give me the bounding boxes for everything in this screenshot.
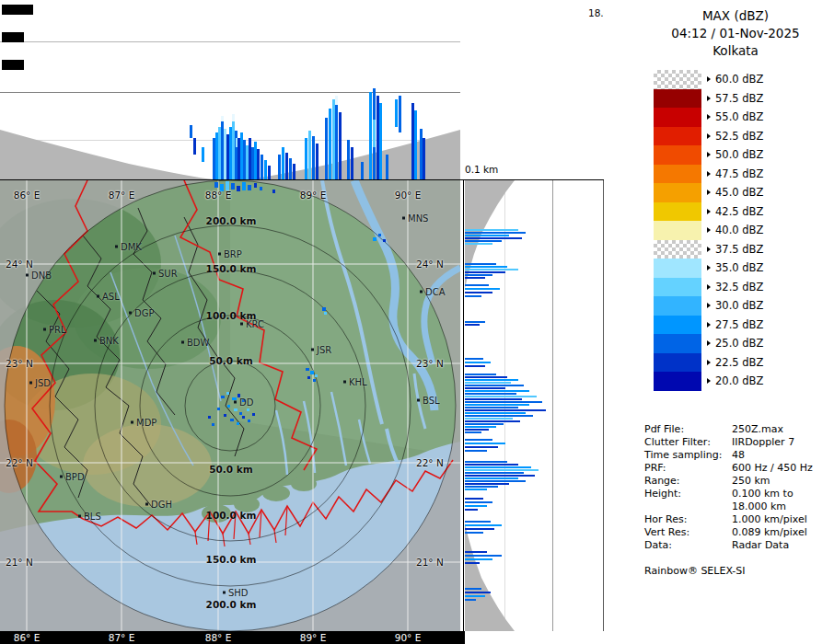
echo-bar	[329, 109, 331, 180]
xz-projection-panel	[0, 0, 460, 180]
meta-row: Height:0.100 km to	[644, 487, 813, 500]
legend-row: 35.0 dBZ	[654, 259, 763, 278]
echo-bar	[465, 358, 483, 360]
echo-bar	[465, 498, 483, 500]
echo-bar	[293, 164, 295, 180]
city-marker: MNS	[402, 213, 428, 224]
echo-bar	[465, 521, 491, 523]
echo-bar	[465, 295, 481, 297]
city-dot-icon	[181, 341, 184, 344]
echo-bar	[465, 461, 507, 463]
legend-label: 22.5 dBZ	[715, 356, 763, 369]
legend-row: 30.0 dBZ	[654, 296, 763, 316]
echo-bar	[465, 321, 485, 323]
meta-value: 600 Hz / 450 Hz	[732, 462, 813, 474]
city-label: KHL	[349, 377, 367, 387]
echo-bar	[465, 466, 531, 468]
legend-tick-icon	[707, 96, 711, 101]
meta-value: 48	[732, 449, 745, 461]
city-dot-icon	[97, 295, 99, 298]
legend-label: 55.0 dBZ	[715, 110, 763, 123]
city-layer: MNSDMKBRPSURDNBDCAASLDGPKRCPRLBNKBDWJSRK…	[0, 180, 460, 631]
city-marker: DCA	[420, 287, 446, 297]
echo-bar	[465, 509, 478, 511]
legend-row: 57.5 dBZ	[654, 89, 763, 109]
legend-row: 25.0 dBZ	[654, 334, 763, 353]
legend-row: 55.0 dBZ	[654, 108, 763, 127]
city-marker: DNB	[26, 270, 52, 281]
city-dot-icon	[29, 382, 32, 385]
city-dot-icon	[420, 291, 423, 293]
echo-bar	[465, 240, 502, 242]
echo-bar	[465, 235, 509, 236]
echo-bar	[465, 387, 505, 389]
height-axis-min-label: 0.1 km	[465, 164, 498, 175]
legend-swatch	[654, 278, 701, 297]
city-dot-icon	[94, 339, 97, 342]
echo-bar	[465, 562, 480, 564]
meta-label: Range:	[644, 475, 732, 487]
city-marker: BNK	[94, 336, 119, 346]
echo-bar	[414, 110, 417, 180]
map-panel: 86° E87° E88° E89° E90° E24° N24° N23° N…	[0, 180, 460, 631]
city-dot-icon	[218, 253, 221, 256]
legend-swatch	[654, 145, 701, 165]
echo-bar	[465, 505, 487, 507]
echo-bar	[465, 555, 502, 557]
meta-value: 18.000 km	[732, 500, 786, 512]
echo-bar	[278, 155, 281, 180]
legend-tick-icon	[707, 303, 711, 308]
legend-row: 47.5 dBZ	[654, 165, 763, 184]
city-marker: ASL	[97, 292, 120, 302]
legend-tick-icon	[707, 133, 711, 139]
city-marker: BRP	[218, 249, 242, 259]
legend-swatch	[654, 221, 701, 240]
echo-bar	[465, 483, 509, 485]
echo-bar	[465, 486, 498, 488]
echo-bar	[465, 426, 496, 428]
echo-bar	[386, 155, 388, 180]
legend-label: 32.5 dBZ	[715, 281, 763, 293]
echo-bar	[465, 362, 491, 363]
legend-label: 20.0 dBZ	[715, 374, 763, 387]
legend-swatch	[654, 89, 701, 109]
legend-row: 42.5 dBZ	[654, 202, 763, 222]
legend-tick-icon	[707, 284, 711, 290]
meta-label: Hor Res:	[644, 513, 732, 525]
echo-bar	[465, 472, 524, 474]
city-label: BRP	[224, 249, 242, 259]
echo-bar	[465, 599, 476, 601]
city-marker: JSD	[29, 378, 51, 388]
city-label: MDP	[136, 418, 156, 428]
legend-swatch	[654, 372, 701, 391]
legend-row: 45.0 dBZ	[654, 183, 763, 202]
legend-row: 27.5 dBZ	[654, 316, 763, 335]
echo-bar	[465, 324, 480, 326]
echo-bar	[465, 396, 537, 397]
echo-bar	[285, 153, 288, 180]
city-label: DMK	[121, 242, 142, 252]
legend-tick-icon	[707, 340, 711, 346]
echo-bar	[465, 374, 496, 375]
meta-row: Range:250 km	[644, 474, 813, 487]
echo-bar	[465, 475, 535, 477]
city-label: BPD	[65, 472, 85, 482]
legend-label: 37.5 dBZ	[715, 243, 763, 256]
meta-row: Time sampling:48	[644, 448, 813, 461]
lon-label-bottom: 86° E	[14, 632, 41, 643]
echo-bar	[465, 423, 504, 425]
legend-row: 20.0 dBZ	[654, 372, 763, 391]
city-marker: DGP	[129, 308, 154, 318]
product-datetime: 04:12 / 01-Nov-2025	[637, 25, 834, 42]
meta-row: Hor Res:1.000 km/pixel	[644, 512, 813, 525]
city-label: PRL	[49, 325, 66, 335]
city-label: DCA	[425, 287, 446, 297]
echo-bar	[465, 524, 502, 526]
echo-bar	[465, 480, 526, 482]
meta-value: 250 km	[732, 475, 770, 487]
legend-label: 52.5 dBZ	[715, 130, 763, 143]
legend-label: 57.5 dBZ	[715, 92, 763, 105]
city-dot-icon	[78, 515, 81, 518]
legend-swatch	[654, 316, 701, 335]
city-marker: BLS	[78, 512, 101, 522]
